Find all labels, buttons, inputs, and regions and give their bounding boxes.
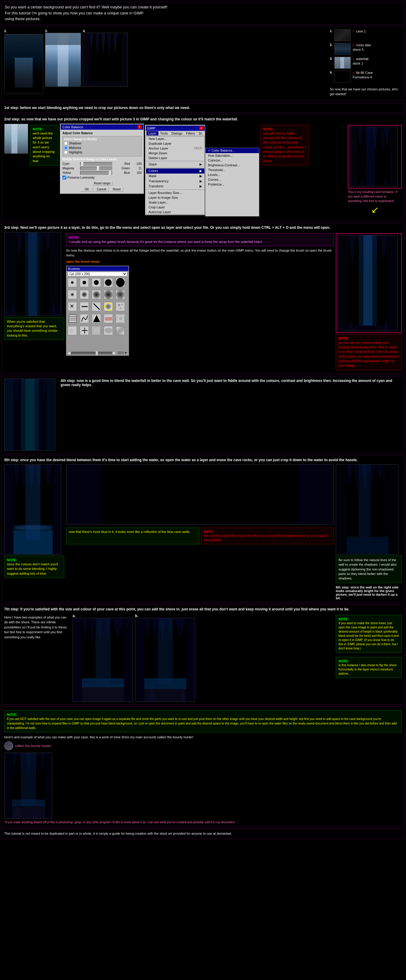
crop-layer-item[interactable]: Crop Layer: [146, 205, 205, 210]
stack-item[interactable]: Stack ▶: [146, 162, 205, 167]
step2-cropped-img: [4, 124, 28, 154]
transform-item[interactable]: Transform ▶: [146, 184, 205, 189]
colors-item[interactable]: Colors ▶: [146, 169, 205, 173]
duplicate-layer-item[interactable]: Duplicate Layer: [146, 141, 205, 146]
ref-note: So now that we have our chosen pictures,…: [330, 87, 402, 97]
threshold-item[interactable]: Threshold...: [206, 167, 259, 172]
step2-title: 2nd step: so now that we have our pictur…: [4, 117, 402, 121]
colors-submenu[interactable]: ✓ Color Balance... Hue-Saturation... Col…: [205, 148, 259, 216]
slider-thumb-3[interactable]: [109, 171, 111, 176]
layer-menu-tab[interactable]: Layer: [146, 131, 159, 135]
scale-layer-item[interactable]: Scale Layer...: [146, 200, 205, 205]
brush-item-10[interactable]: [116, 290, 125, 299]
layer-dropdown[interactable]: New Layer... Duplicate Layer Anchor Laye…: [146, 136, 205, 215]
colorize-item[interactable]: Colorize...: [206, 158, 259, 163]
svg-rect-129: [186, 618, 195, 702]
brightness-contrast-item[interactable]: Brightness-Contrast...: [206, 163, 259, 167]
brush-item-22[interactable]: [80, 326, 89, 335]
step3-result-image: [338, 235, 398, 331]
svg-rect-93: [66, 465, 102, 525]
brush-item-20[interactable]: [116, 314, 125, 323]
preserve-luminosity-check[interactable]: Preserve Luminosity: [62, 176, 142, 180]
hue-saturation-item[interactable]: Hue-Saturation...: [206, 153, 259, 158]
brush-item-1[interactable]: [68, 278, 77, 287]
transparency-item[interactable]: Transparency ▶: [146, 179, 205, 184]
dialogs-menu-tab[interactable]: Dialogs: [170, 131, 184, 135]
slider-thumb-2[interactable]: [97, 166, 99, 171]
brush-item-2[interactable]: [80, 278, 89, 287]
svg-rect-23: [5, 232, 16, 315]
step56-section: 5th step: once you have the desired blen…: [2, 455, 404, 603]
brush-item-5[interactable]: [116, 278, 125, 287]
brush-select[interactable]: Cpt (200 x 200): [68, 272, 127, 276]
ok-button[interactable]: OK: [81, 187, 93, 192]
color-balance-item[interactable]: ✓ Color Balance...: [206, 148, 259, 153]
svg-rect-81: [5, 465, 14, 555]
mask-item[interactable]: Mask ▶: [146, 173, 205, 179]
gimp-close-button[interactable]: ✕: [199, 126, 203, 130]
filters-menu-tab[interactable]: Filters: [184, 131, 197, 135]
levels-item[interactable]: Levels...: [206, 172, 259, 177]
slider-track-1[interactable]: [80, 162, 112, 166]
radio-shadows[interactable]: Shadows: [64, 142, 140, 145]
anchor-layer-item[interactable]: Anchor Layer Ctrl-H: [146, 146, 205, 151]
gimp-layer-window[interactable]: GIMP ✕ Layer Tools Dialogs Filters Sc: [145, 125, 205, 215]
new-layer-item[interactable]: New Layer...: [146, 136, 205, 141]
svg-rect-114: [347, 537, 389, 555]
tools-menu-tab[interactable]: Tools: [159, 131, 170, 135]
brush-item-4[interactable]: [104, 278, 113, 287]
reset-button[interactable]: Reset: [110, 187, 123, 192]
brush-item-25[interactable]: [116, 326, 125, 335]
brush-item-3[interactable]: [92, 278, 101, 287]
svg-rect-79: [46, 379, 55, 451]
sc-menu-tab[interactable]: Sc: [197, 131, 205, 135]
layer-to-image-item[interactable]: Layer to Image Size: [146, 195, 205, 200]
delete-layer-item[interactable]: Delete Layer: [146, 156, 205, 160]
layer-boundary-item[interactable]: Layer Boundary Size...: [146, 190, 205, 195]
brush-item-11[interactable]: ✕: [68, 302, 77, 311]
brush-item-6[interactable]: [68, 290, 77, 299]
step6-dark-image: [336, 465, 399, 555]
brush-item-7[interactable]: [80, 290, 89, 299]
slider-thumb-1[interactable]: [81, 162, 83, 167]
brush-item-19[interactable]: [104, 314, 113, 323]
brush-item-13[interactable]: [92, 302, 101, 311]
brush-item-15[interactable]: [116, 302, 125, 311]
brush-item-8[interactable]: [92, 290, 101, 299]
merge-down-item[interactable]: Merge Down: [146, 151, 205, 156]
brush-item-21[interactable]: ☆: [68, 326, 77, 335]
brush-item-17[interactable]: [80, 314, 89, 323]
slider-track-2[interactable]: [80, 167, 112, 170]
step3-middle: NOTE: I usually end up using the galaxy …: [66, 232, 334, 371]
brush-item-12[interactable]: [80, 302, 89, 311]
reset-range-button[interactable]: Reset range: [91, 181, 113, 186]
brush-item-16[interactable]: [68, 314, 77, 323]
svg-rect-151: [21, 753, 36, 805]
cancel-button[interactable]: Cancel: [94, 187, 109, 192]
brush-item-23[interactable]: [92, 326, 101, 335]
brush-item-14[interactable]: [104, 302, 113, 311]
brush-size-thumb[interactable]: [96, 351, 98, 355]
brush-item-24[interactable]: [104, 326, 113, 335]
color-balance-dialog[interactable]: Color Balance ✕ Adjust Color Balance Sel…: [60, 124, 144, 194]
footer-section: This tutorial is not meant to be duplica…: [2, 828, 404, 839]
shore-example-b: b.: [135, 614, 195, 702]
posterize-item[interactable]: Posterize...: [206, 182, 259, 187]
curves-item[interactable]: Curves...: [206, 177, 259, 182]
pictures-section: 2. 3.: [2, 26, 404, 100]
dialog-close-button[interactable]: ✕: [138, 125, 142, 129]
step3-right: NOTE: as you can see, some scaling and e…: [336, 232, 402, 371]
svg-point-39: [118, 304, 121, 306]
ref-thumb-2: [334, 43, 351, 55]
ref-thumb-3: [334, 57, 351, 69]
radio-highlights[interactable]: Highlights: [64, 150, 140, 154]
slider-track-3[interactable]: [80, 171, 112, 175]
autocrop-layer-item[interactable]: Autocrop Layer: [146, 210, 205, 215]
brush-size-slider[interactable]: [71, 352, 112, 354]
svg-rect-56: [338, 235, 348, 331]
brush-item-18[interactable]: [92, 314, 101, 323]
img-num-3: 3.: [45, 29, 48, 33]
brush-panel[interactable]: Brushes Cpt (200 x 200): [66, 266, 129, 356]
radio-midtones[interactable]: Midtones: [64, 146, 140, 150]
brush-item-9[interactable]: [104, 290, 113, 299]
